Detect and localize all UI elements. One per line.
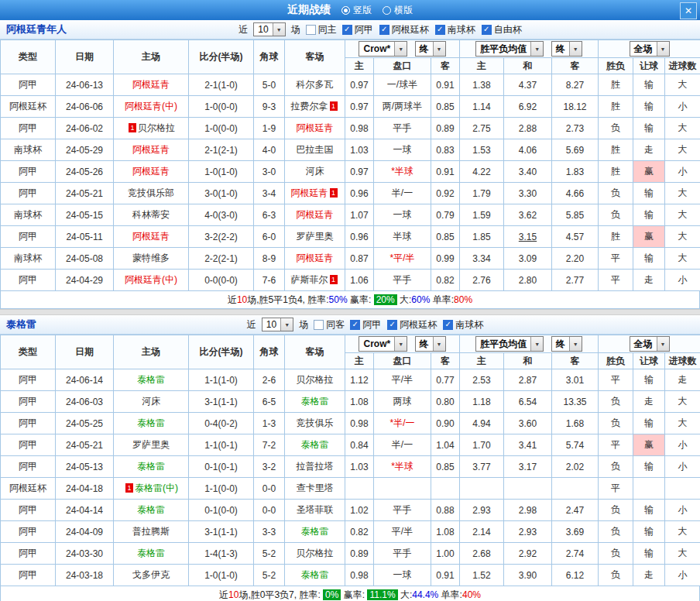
home-team-name: 阿根廷青 [132,166,170,177]
home-team-name: 科林蒂安 [132,209,170,220]
cell-avg-home: 1.18 [460,391,504,413]
layout-vertical-label: 竖版 [353,4,372,17]
cell-goals-result: 小 [665,434,700,456]
cell-league: 阿甲 [1,183,56,204]
cell-avg-draw: 3.17 [504,456,552,478]
cell-score: 1-0(1-0) [189,161,254,183]
cell-handicap: 一球 [374,204,431,226]
cell-handicap-result: 输 [633,183,665,204]
cell-goals-result: 小 [665,270,700,291]
cell-home-team: 阿根廷青 [114,139,189,161]
same-venue-checkbox-1[interactable]: 同主 [306,23,337,36]
results-table-1: 类型 日期 主场 比分(半场) 角球 客场 Crow*▼ 终▼ 胜平负均值▼ 终… [0,39,700,291]
cell-score: 0-0(0-0) [189,270,254,291]
close-button[interactable]: ✕ [680,2,697,19]
match-row: 阿甲 24-06-14 泰格雷 1-1(1-0) 2-6 贝尔格拉 1.12 平… [1,369,700,391]
odds-group-header-2: Crow*▼ 终▼ [345,335,460,353]
league-filter-checkbox[interactable]: 阿甲 [342,23,373,36]
cell-handicap-result: 输 [633,500,665,521]
cell-odds-home: 0.84 [345,434,374,456]
layout-horizontal-option[interactable]: 横版 [383,4,413,17]
cell-corners: 2-6 [254,369,285,391]
away-team-name: 查卡里塔 [297,483,334,493]
sub-header-odds-home: 主 [345,353,374,369]
summary-part: 大: [398,589,413,601]
home-team-name: 竞技俱乐部 [128,187,174,198]
cell-odds-away: 1.08 [431,521,460,543]
away-team-name: 泰格雷 [301,569,329,580]
cell-handicap: 一球 [374,139,431,161]
team-section-header-1: 阿根廷青年人 近 10 ▼ 场 同主 阿甲 [0,20,700,39]
cell-result: 负 [599,204,633,226]
away-team-name: 阿根廷青 [297,252,334,263]
cell-avg-draw: 2.80 [504,270,552,291]
home-team-name: 阿根廷青(中) [125,101,177,112]
cell-handicap: *半球 [374,456,431,478]
avg-select-2[interactable]: 胜平负均值▼ [475,336,544,352]
cell-avg-home: 2.68 [460,543,504,565]
sub-header-odds-away: 客 [431,353,460,369]
section-divider [0,309,700,315]
away-team-name: 贝尔格拉 [297,548,334,558]
cell-goals-result: 大 [665,543,700,565]
dropdown-arrow-icon: ▼ [394,42,407,56]
odds-final-select-1[interactable]: 终▼ [415,41,446,57]
scope-select-1[interactable]: 全场▼ [630,41,670,57]
summary-part: 10 [228,589,238,600]
odds-company-select-2[interactable]: Crow*▼ [359,336,407,352]
recent-count-select-2[interactable]: 10 ▼ [262,318,293,331]
cell-result: 负 [599,456,633,478]
games-label: 场 [291,23,300,36]
league-filter-label: 阿甲 [362,318,381,331]
cell-away-team: 泰格雷 [285,565,345,586]
cell-score: 3-1(1-1) [189,391,254,413]
league-filter-checkbox[interactable]: 南球杯 [443,318,483,331]
sub-header-avg-away: 客 [552,353,599,369]
col-header-home: 主场 [114,335,189,369]
cell-corners: 1-9 [254,118,285,139]
cell-handicap: 一/球半 [374,74,431,96]
avg-final-select-2[interactable]: 终▼ [551,336,582,352]
cell-avg-draw: 4.37 [504,74,552,96]
checkbox-icon [306,25,316,35]
cell-date: 24-06-13 [56,74,114,96]
match-row: 南球杯 24-05-08 蒙特维多 2-2(2-1) 8-9 阿根廷青 0.87… [1,248,700,270]
cell-score: 1-1(0-1) [189,434,254,456]
league-filter-checkbox[interactable]: 阿根廷杯 [379,23,429,36]
cell-league: 阿甲 [1,456,56,478]
cell-avg-away: 13.35 [552,391,599,413]
cell-avg-home: 3.77 [460,456,504,478]
away-team-name: 竞技俱乐 [297,417,334,428]
scope-select-2[interactable]: 全场▼ [630,336,670,352]
cell-odds-away: 0.91 [431,161,460,183]
dropdown-arrow-icon: ▼ [657,337,669,351]
cell-away-team: 竞技俱乐 [285,413,345,434]
cell-corners: 7-6 [254,270,285,291]
league-filter-label: 阿甲 [355,23,373,36]
sub-header-avg-home: 主 [460,58,504,74]
cell-avg-away: 4.66 [552,183,599,204]
odds-final-select-2[interactable]: 终▼ [415,336,446,352]
sub-header-avg-away: 客 [552,58,599,74]
avg-final-select-1[interactable]: 终▼ [551,41,582,57]
cell-away-team: 阿根廷青1 [285,183,345,204]
league-filter-checkbox[interactable]: 阿根廷杯 [387,318,437,331]
red-card-badge: 1 [330,188,338,197]
cell-odds-away: 0.79 [431,204,460,226]
league-filter-checkbox[interactable]: 南球杯 [435,23,475,36]
odds-company-select-1[interactable]: Crow*▼ [359,41,407,57]
avg-select-1[interactable]: 胜平负均值▼ [475,41,544,57]
cell-goals-result: 小 [665,500,700,521]
match-row: 南球杯 24-05-15 科林蒂安 4-0(3-0) 6-3 阿根廷青 1.07… [1,204,700,226]
home-team-name: 泰格雷 [137,461,165,472]
layout-vertical-option[interactable]: 竖版 [341,4,372,17]
cell-date: 24-06-02 [56,118,114,139]
summary-part: 场,胜5平1负4, 胜率: [247,294,328,307]
recent-count-select-1[interactable]: 10 ▼ [253,22,285,36]
cell-handicap: 平/半 [374,369,431,391]
checkbox-icon [314,320,324,330]
league-filter-checkbox[interactable]: 自由杯 [482,23,522,36]
cell-goals-result: 大 [665,521,700,543]
same-venue-checkbox-2[interactable]: 同客 [314,318,345,331]
league-filter-checkbox[interactable]: 阿甲 [350,318,381,331]
